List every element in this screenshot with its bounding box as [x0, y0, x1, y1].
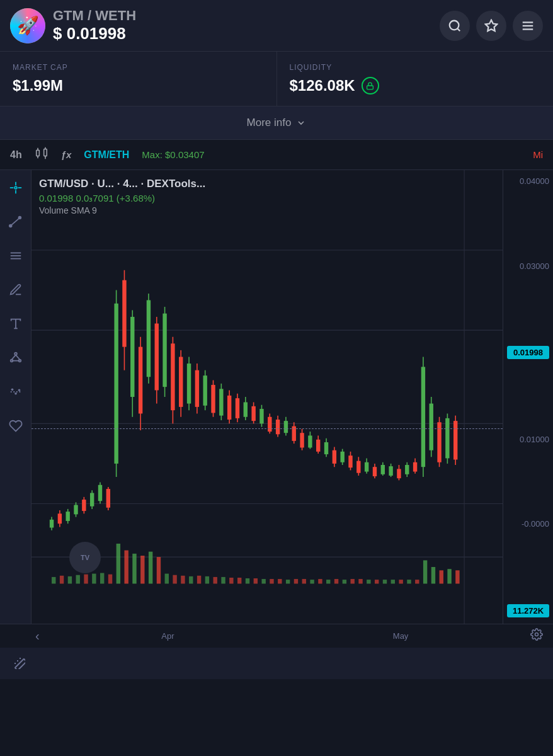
- heart-tool[interactable]: [6, 416, 26, 436]
- min-label: Mi: [533, 149, 543, 160]
- ruler-icon: [10, 654, 25, 673]
- svg-rect-62: [130, 317, 134, 397]
- crosshair-tool[interactable]: [6, 178, 26, 198]
- svg-rect-174: [302, 579, 306, 583]
- svg-rect-180: [351, 579, 355, 583]
- svg-rect-189: [423, 560, 427, 583]
- svg-line-1: [457, 28, 460, 31]
- svg-rect-80: [203, 375, 207, 406]
- more-info-text: More info: [10, 117, 543, 129]
- fx-icon[interactable]: ƒx: [61, 149, 72, 160]
- svg-rect-78: [195, 370, 199, 407]
- may-label: May: [393, 631, 409, 641]
- svg-rect-188: [415, 580, 419, 583]
- svg-rect-162: [205, 576, 209, 584]
- svg-rect-163: [214, 577, 217, 584]
- svg-rect-145: [68, 576, 72, 584]
- avatar: 🚀: [10, 8, 45, 43]
- svg-rect-64: [139, 347, 142, 414]
- svg-rect-8: [43, 149, 47, 156]
- svg-rect-192: [447, 569, 451, 583]
- pair-title: GTM / WETH: [53, 8, 432, 24]
- svg-rect-196: [15, 659, 25, 669]
- svg-rect-185: [391, 580, 395, 583]
- market-cap-label: MARKET CAP: [13, 63, 264, 72]
- svg-rect-120: [365, 462, 368, 472]
- svg-rect-86: [227, 396, 231, 420]
- current-price-line: [31, 428, 503, 429]
- svg-rect-175: [310, 580, 314, 583]
- svg-rect-191: [440, 570, 443, 583]
- svg-rect-164: [221, 577, 225, 584]
- svg-rect-166: [237, 578, 241, 584]
- svg-rect-169: [261, 579, 265, 583]
- more-info-bar[interactable]: More info: [0, 106, 553, 140]
- chart-pair-name: GTM/USD · U... · 4... · DEXTools...: [39, 178, 205, 190]
- liquidity-value: $126.08K: [290, 77, 541, 94]
- svg-point-17: [14, 186, 17, 189]
- line-tool[interactable]: [6, 212, 26, 232]
- svg-rect-184: [383, 580, 387, 583]
- svg-point-35: [18, 389, 20, 391]
- svg-rect-110: [324, 442, 328, 454]
- chart-bottom-bar: ‹ Apr May: [0, 624, 553, 648]
- svg-rect-157: [165, 574, 169, 584]
- svg-rect-118: [356, 461, 360, 473]
- svg-marker-2: [486, 20, 497, 30]
- svg-rect-186: [399, 580, 402, 583]
- chart-volume-info: Volume SMA 9: [39, 205, 205, 215]
- price-level-3: 0.03000: [507, 261, 549, 271]
- svg-rect-76: [187, 364, 191, 404]
- svg-point-34: [14, 392, 17, 395]
- market-cap-stat: MARKET CAP $1.99M: [0, 52, 277, 106]
- svg-point-0: [450, 20, 459, 30]
- network-tool[interactable]: [6, 348, 26, 368]
- svg-rect-50: [82, 500, 86, 511]
- svg-rect-170: [270, 579, 273, 583]
- chart-settings-button[interactable]: [530, 628, 543, 644]
- chart-main[interactable]: GTM/USD · U... · 4... · DEXTools... 0.01…: [31, 170, 503, 624]
- svg-rect-156: [157, 557, 161, 583]
- svg-rect-122: [373, 467, 377, 476]
- svg-rect-187: [407, 580, 411, 583]
- chevron-down-icon: [296, 118, 306, 128]
- chart-pair-label[interactable]: GTM/ETH: [84, 149, 129, 161]
- svg-rect-88: [236, 398, 239, 418]
- candlestick-icon[interactable]: [35, 146, 48, 163]
- svg-rect-108: [316, 440, 320, 452]
- svg-rect-74: [179, 357, 183, 406]
- svg-rect-130: [405, 465, 409, 474]
- svg-rect-72: [171, 343, 174, 410]
- chart-scroll-left-button[interactable]: ‹: [35, 629, 40, 643]
- svg-rect-66: [147, 300, 151, 377]
- dots-line-tool[interactable]: [6, 382, 26, 402]
- search-button[interactable]: [440, 11, 470, 41]
- menu-button[interactable]: [513, 11, 543, 41]
- text-tool[interactable]: [6, 314, 26, 334]
- lock-icon: [362, 77, 379, 94]
- horizontal-lines-tool[interactable]: [6, 246, 26, 266]
- header-actions: [440, 11, 543, 41]
- timeframe-label[interactable]: 4h: [10, 149, 22, 161]
- chart-container: GTM/USD · U... · 4... · DEXTools... 0.01…: [0, 170, 553, 624]
- svg-rect-6: [367, 85, 373, 89]
- svg-rect-128: [397, 469, 401, 478]
- svg-rect-161: [197, 576, 201, 584]
- chart-toolbar: 4h ƒx GTM/ETH Max: $0.03407 Mi: [0, 140, 553, 170]
- pair-price: $ 0.01998: [53, 24, 432, 43]
- pen-tool[interactable]: [6, 280, 26, 300]
- svg-rect-148: [92, 574, 96, 584]
- svg-line-29: [11, 355, 15, 359]
- april-label: Apr: [161, 631, 174, 641]
- svg-rect-114: [340, 452, 344, 462]
- svg-rect-100: [284, 421, 288, 433]
- svg-rect-168: [254, 578, 258, 583]
- price-level-1: -0.0000: [507, 519, 549, 529]
- candlestick-chart-svg: [31, 170, 503, 624]
- svg-rect-112: [333, 450, 336, 464]
- svg-point-19: [9, 225, 11, 227]
- favorite-button[interactable]: [476, 11, 506, 41]
- svg-rect-140: [445, 418, 449, 459]
- svg-line-18: [10, 218, 20, 226]
- svg-rect-96: [268, 417, 271, 432]
